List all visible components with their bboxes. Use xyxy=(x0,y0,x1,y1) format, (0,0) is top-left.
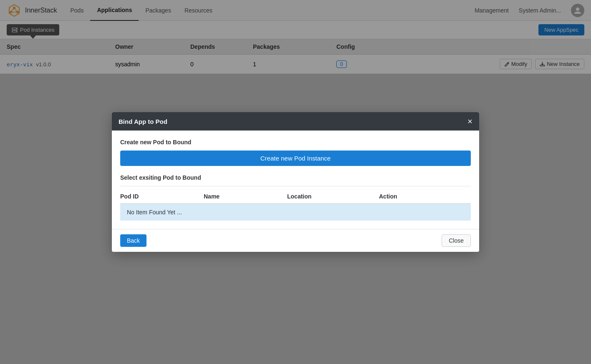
modal-overlay[interactable]: Bind App to Pod × Create new Pod to Boun… xyxy=(0,0,591,74)
